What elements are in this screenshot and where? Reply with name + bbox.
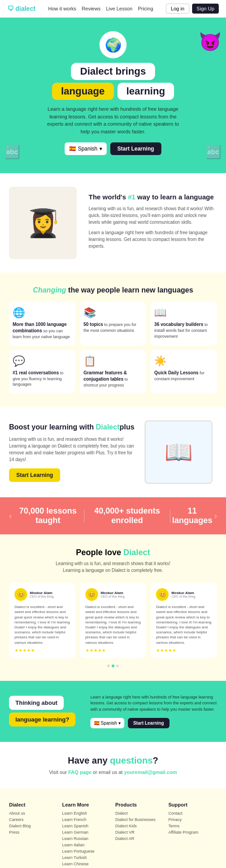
nav-pricing[interactable]: Pricing [138,6,153,11]
thinking-left-block: Thinking about language learning? [9,696,81,726]
footer-col2-item-2[interactable]: Learn Spanish [62,824,111,828]
stat-languages: 11 languages [170,506,214,525]
thinking-line2: language learning? [9,712,75,726]
footer-col2-item-1[interactable]: Learn French [62,817,111,822]
hero-section: 🌍 Dialect brings language learning Learn… [0,18,226,173]
language-select[interactable]: 🇪🇸 Spanish ▾ [65,142,106,155]
thinking-section: Thinking about language learning? Learn … [0,681,226,742]
boost-start-button[interactable]: Start Learning [9,468,60,482]
footer-col-support: Support ContactPrivacyTermsAffiliate Pro… [169,802,217,868]
testimonial-2: 😊 Moskur Alam CEO of this thing Dialect … [151,583,217,658]
feature-icon-1: 📚 [84,307,143,319]
boost-heading: Boost your learning with Dialectplus [9,423,137,432]
footer-col2-list: Learn EnglishLearn FrenchLearn SpanishLe… [62,811,111,868]
nav-reviews[interactable]: Reviews [82,6,101,11]
changing-section: Changing the way people learn new langua… [0,273,226,407]
footer-col3-item-0[interactable]: Dialect [115,811,164,816]
hero-mascot-icon: 😈 [199,31,221,52]
footer-col4-item-3[interactable]: Affiliate Program [169,830,217,835]
person-reading-icon: 👩‍🎓 [9,187,77,259]
hero-globe-icon: 🌍 [99,31,127,58]
stat-lessons: 70,000 lessons taught [12,506,84,525]
feature-card-1: 📚50 topics to prepare you for the most c… [80,302,146,345]
footer-col1-item-3[interactable]: Press [9,830,58,835]
test-text-2: Dialect is excellent - short and sweet a… [156,604,212,645]
feature-text-3: #1 real conversations to give you fluenc… [13,370,72,387]
world-text-block: The world's #1 way to learn a language L… [89,193,217,253]
login-button[interactable]: Log in [166,4,189,14]
start-learning-button[interactable]: Start Learning [110,142,161,155]
test-role-0: CEO of this thing [30,595,54,598]
stats-next-arrow[interactable]: › [214,511,217,521]
thinking-language-select[interactable]: 🇪🇸 Spanish ▾ [90,718,124,728]
selected-language: Spanish [78,146,97,152]
faq-link[interactable]: FAQ page [68,769,91,775]
feature-card-2: 📖36 vocabulary builders to install words… [151,302,217,345]
test-text-1: Dialect is excellent - short and sweet a… [85,604,141,645]
test-name-0: Moskur Alam [30,591,54,595]
feature-card-0: 🌐More than 1000 language combinations so… [9,302,75,345]
world-illustration: 👩‍🎓 [9,187,81,259]
footer-col1-item-0[interactable]: About us [9,811,58,816]
feature-card-5: ☀️Quick Daily Lessons for constant impro… [151,350,217,394]
footer-col2-item-6[interactable]: Learn Portuguese [62,849,111,854]
nav-links: How it works Reviews Live Lesson Pricing [48,6,153,11]
faq-text: Visit our FAQ page or email us at yourem… [9,769,217,775]
testimonial-0: 😊 Moskur Alam CEO of this thing Dialect … [9,583,75,658]
footer-col3-item-3[interactable]: Dialect VR [115,830,164,835]
footer-col2-item-3[interactable]: Learn German [62,830,111,835]
faq-heading-part1: Have any [68,755,110,765]
test-role-2: CEO of this thing [171,595,195,598]
nav-live-lesson[interactable]: Live Lesson [106,6,132,11]
dot-3[interactable] [116,665,119,667]
feature-icon-5: ☀️ [154,355,213,367]
thinking-right-block: Learn a language right here with hundred… [90,694,217,729]
feature-text-0: More than 1000 language combinations so … [13,321,72,340]
test-author-2: 😊 Moskur Alam CEO of this thing [156,588,212,601]
feature-text-1: 50 topics to prepare you for the most co… [84,321,143,334]
logo-text: dialect [15,5,35,12]
nav-how-it-works[interactable]: How it works [48,6,76,11]
feature-text-5: Quick Daily Lessons for constant improve… [154,370,213,382]
footer-col4-item-1[interactable]: Privacy [169,817,217,822]
stat-students: 40,000+ students enrolled [85,506,170,525]
thinking-description: Learn a language right here with hundred… [90,694,217,713]
hero-subtitle-row: language learning [9,83,217,100]
footer-col2-item-5[interactable]: Learn Italian [62,843,111,847]
test-stars-1: ★★★★★ [85,648,141,653]
stat-lessons-number: 70,000 lessons taught [12,506,84,525]
feature-icon-2: 📖 [154,307,213,319]
boost-para: Learning with us is fun, and research sh… [9,436,137,463]
love-heading: People love Dialect [9,548,217,557]
logo[interactable]: 🗨 dialect [7,5,35,12]
signup-button[interactable]: Sign Up [192,4,219,14]
changing-highlight: Changing [33,286,66,294]
thinking-start-button[interactable]: Start Learning [128,718,170,728]
dot-1[interactable] [107,665,110,667]
footer-col1-item-1[interactable]: Careers [9,817,58,822]
boost-heading-part1: Boost your learning with [9,423,96,431]
boost-illustration: 📖 [145,420,217,484]
footer-col3-item-2[interactable]: Dialect Kids [115,824,164,828]
dot-2[interactable] [112,665,114,667]
footer-col2-item-7[interactable]: Learn Turkish [62,855,111,860]
thinking-line1: Thinking about [9,696,64,710]
footer-col2-item-4[interactable]: Learn Russian [62,836,111,841]
footer-col2-item-0[interactable]: Learn English [62,811,111,816]
hero-cta-row: 🇪🇸 Spanish ▾ Start Learning [9,142,217,155]
thinking-selected-language: Spanish [101,721,117,726]
footer-col3-item-4[interactable]: Dialect AR [115,836,164,841]
footer-col3-item-1[interactable]: Dialect for Businesses [115,817,164,822]
test-avatar-0: 😊 [14,588,27,601]
footer-col4-item-0[interactable]: Contact [169,811,217,816]
footer-col1-item-2[interactable]: Dialect Blog [9,824,58,828]
feature-text-2: 36 vocabulary builders to install words … [154,321,213,339]
email-link[interactable]: youremail@gmail.com [124,769,177,775]
love-subheading: Learning with us is fun, and research sh… [50,560,176,574]
faq-text-middle: or email us at [91,769,124,775]
footer-col4-item-2[interactable]: Terms [169,824,217,828]
test-avatar-2: 😊 [156,588,169,601]
footer-col2-item-8[interactable]: Learn Chinese [62,862,111,866]
feature-card-3: 💬#1 real conversations to give you fluen… [9,350,75,394]
testimonial-1: 😊 Moskur Alam CEO of this thing Dialect … [80,583,146,658]
